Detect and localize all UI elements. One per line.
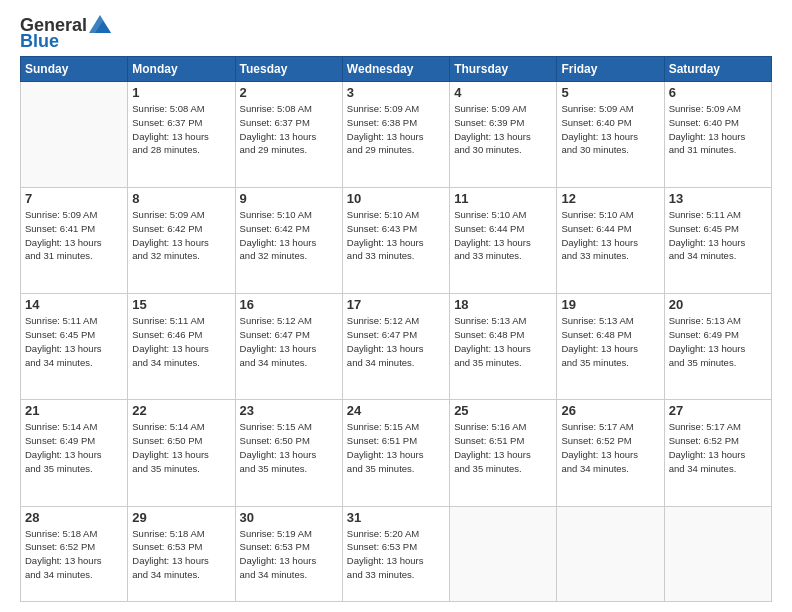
day-info: Sunrise: 5:11 AM Sunset: 6:45 PM Dayligh… <box>669 208 767 263</box>
day-number: 2 <box>240 85 338 100</box>
day-number: 9 <box>240 191 338 206</box>
day-info: Sunrise: 5:13 AM Sunset: 6:48 PM Dayligh… <box>561 314 659 369</box>
calendar-cell: 25Sunrise: 5:16 AM Sunset: 6:51 PM Dayli… <box>450 400 557 506</box>
day-number: 13 <box>669 191 767 206</box>
day-info: Sunrise: 5:12 AM Sunset: 6:47 PM Dayligh… <box>347 314 445 369</box>
day-number: 11 <box>454 191 552 206</box>
day-number: 16 <box>240 297 338 312</box>
calendar-cell: 30Sunrise: 5:19 AM Sunset: 6:53 PM Dayli… <box>235 506 342 601</box>
day-info: Sunrise: 5:14 AM Sunset: 6:50 PM Dayligh… <box>132 420 230 475</box>
calendar-week-row: 7Sunrise: 5:09 AM Sunset: 6:41 PM Daylig… <box>21 188 772 294</box>
day-info: Sunrise: 5:08 AM Sunset: 6:37 PM Dayligh… <box>132 102 230 157</box>
day-number: 3 <box>347 85 445 100</box>
calendar-cell: 7Sunrise: 5:09 AM Sunset: 6:41 PM Daylig… <box>21 188 128 294</box>
page: General Blue SundayMondayTuesdayWednesda… <box>0 0 792 612</box>
day-info: Sunrise: 5:18 AM Sunset: 6:52 PM Dayligh… <box>25 527 123 582</box>
day-header-thursday: Thursday <box>450 57 557 82</box>
calendar-cell <box>21 82 128 188</box>
logo-icon <box>89 15 111 33</box>
day-info: Sunrise: 5:17 AM Sunset: 6:52 PM Dayligh… <box>561 420 659 475</box>
day-number: 25 <box>454 403 552 418</box>
day-number: 28 <box>25 510 123 525</box>
day-number: 17 <box>347 297 445 312</box>
day-number: 22 <box>132 403 230 418</box>
day-number: 26 <box>561 403 659 418</box>
calendar-cell: 16Sunrise: 5:12 AM Sunset: 6:47 PM Dayli… <box>235 294 342 400</box>
calendar-cell: 19Sunrise: 5:13 AM Sunset: 6:48 PM Dayli… <box>557 294 664 400</box>
day-info: Sunrise: 5:09 AM Sunset: 6:40 PM Dayligh… <box>669 102 767 157</box>
calendar-cell: 12Sunrise: 5:10 AM Sunset: 6:44 PM Dayli… <box>557 188 664 294</box>
day-number: 19 <box>561 297 659 312</box>
day-header-tuesday: Tuesday <box>235 57 342 82</box>
day-info: Sunrise: 5:09 AM Sunset: 6:40 PM Dayligh… <box>561 102 659 157</box>
calendar-cell: 10Sunrise: 5:10 AM Sunset: 6:43 PM Dayli… <box>342 188 449 294</box>
calendar-cell: 31Sunrise: 5:20 AM Sunset: 6:53 PM Dayli… <box>342 506 449 601</box>
calendar-cell: 2Sunrise: 5:08 AM Sunset: 6:37 PM Daylig… <box>235 82 342 188</box>
day-info: Sunrise: 5:17 AM Sunset: 6:52 PM Dayligh… <box>669 420 767 475</box>
day-number: 10 <box>347 191 445 206</box>
calendar-cell: 24Sunrise: 5:15 AM Sunset: 6:51 PM Dayli… <box>342 400 449 506</box>
day-info: Sunrise: 5:11 AM Sunset: 6:45 PM Dayligh… <box>25 314 123 369</box>
day-number: 20 <box>669 297 767 312</box>
day-number: 4 <box>454 85 552 100</box>
day-number: 18 <box>454 297 552 312</box>
calendar-cell: 26Sunrise: 5:17 AM Sunset: 6:52 PM Dayli… <box>557 400 664 506</box>
calendar-week-row: 1Sunrise: 5:08 AM Sunset: 6:37 PM Daylig… <box>21 82 772 188</box>
calendar-table: SundayMondayTuesdayWednesdayThursdayFrid… <box>20 56 772 602</box>
day-info: Sunrise: 5:11 AM Sunset: 6:46 PM Dayligh… <box>132 314 230 369</box>
day-number: 24 <box>347 403 445 418</box>
day-number: 15 <box>132 297 230 312</box>
day-number: 14 <box>25 297 123 312</box>
calendar-cell <box>450 506 557 601</box>
day-number: 27 <box>669 403 767 418</box>
day-number: 31 <box>347 510 445 525</box>
calendar-header-row: SundayMondayTuesdayWednesdayThursdayFrid… <box>21 57 772 82</box>
day-header-sunday: Sunday <box>21 57 128 82</box>
calendar-cell: 13Sunrise: 5:11 AM Sunset: 6:45 PM Dayli… <box>664 188 771 294</box>
day-header-saturday: Saturday <box>664 57 771 82</box>
day-info: Sunrise: 5:13 AM Sunset: 6:48 PM Dayligh… <box>454 314 552 369</box>
calendar-cell: 1Sunrise: 5:08 AM Sunset: 6:37 PM Daylig… <box>128 82 235 188</box>
day-number: 12 <box>561 191 659 206</box>
day-number: 8 <box>132 191 230 206</box>
calendar-cell: 14Sunrise: 5:11 AM Sunset: 6:45 PM Dayli… <box>21 294 128 400</box>
calendar-cell: 17Sunrise: 5:12 AM Sunset: 6:47 PM Dayli… <box>342 294 449 400</box>
day-info: Sunrise: 5:20 AM Sunset: 6:53 PM Dayligh… <box>347 527 445 582</box>
day-info: Sunrise: 5:09 AM Sunset: 6:41 PM Dayligh… <box>25 208 123 263</box>
day-info: Sunrise: 5:09 AM Sunset: 6:39 PM Dayligh… <box>454 102 552 157</box>
day-info: Sunrise: 5:10 AM Sunset: 6:43 PM Dayligh… <box>347 208 445 263</box>
day-number: 1 <box>132 85 230 100</box>
calendar-cell: 9Sunrise: 5:10 AM Sunset: 6:42 PM Daylig… <box>235 188 342 294</box>
calendar-cell: 28Sunrise: 5:18 AM Sunset: 6:52 PM Dayli… <box>21 506 128 601</box>
calendar-week-row: 14Sunrise: 5:11 AM Sunset: 6:45 PM Dayli… <box>21 294 772 400</box>
calendar-cell: 11Sunrise: 5:10 AM Sunset: 6:44 PM Dayli… <box>450 188 557 294</box>
calendar-week-row: 28Sunrise: 5:18 AM Sunset: 6:52 PM Dayli… <box>21 506 772 601</box>
day-number: 6 <box>669 85 767 100</box>
calendar-cell: 22Sunrise: 5:14 AM Sunset: 6:50 PM Dayli… <box>128 400 235 506</box>
day-info: Sunrise: 5:18 AM Sunset: 6:53 PM Dayligh… <box>132 527 230 582</box>
day-info: Sunrise: 5:09 AM Sunset: 6:38 PM Dayligh… <box>347 102 445 157</box>
calendar-cell: 4Sunrise: 5:09 AM Sunset: 6:39 PM Daylig… <box>450 82 557 188</box>
header: General Blue <box>20 16 772 50</box>
day-number: 29 <box>132 510 230 525</box>
calendar-cell: 15Sunrise: 5:11 AM Sunset: 6:46 PM Dayli… <box>128 294 235 400</box>
calendar-cell: 5Sunrise: 5:09 AM Sunset: 6:40 PM Daylig… <box>557 82 664 188</box>
calendar-cell <box>557 506 664 601</box>
calendar-cell: 18Sunrise: 5:13 AM Sunset: 6:48 PM Dayli… <box>450 294 557 400</box>
day-info: Sunrise: 5:10 AM Sunset: 6:44 PM Dayligh… <box>561 208 659 263</box>
day-header-friday: Friday <box>557 57 664 82</box>
day-info: Sunrise: 5:16 AM Sunset: 6:51 PM Dayligh… <box>454 420 552 475</box>
calendar-cell: 8Sunrise: 5:09 AM Sunset: 6:42 PM Daylig… <box>128 188 235 294</box>
day-info: Sunrise: 5:08 AM Sunset: 6:37 PM Dayligh… <box>240 102 338 157</box>
calendar-cell: 20Sunrise: 5:13 AM Sunset: 6:49 PM Dayli… <box>664 294 771 400</box>
calendar-cell <box>664 506 771 601</box>
day-number: 21 <box>25 403 123 418</box>
day-info: Sunrise: 5:10 AM Sunset: 6:44 PM Dayligh… <box>454 208 552 263</box>
day-number: 23 <box>240 403 338 418</box>
day-info: Sunrise: 5:15 AM Sunset: 6:50 PM Dayligh… <box>240 420 338 475</box>
day-header-wednesday: Wednesday <box>342 57 449 82</box>
day-info: Sunrise: 5:09 AM Sunset: 6:42 PM Dayligh… <box>132 208 230 263</box>
calendar-cell: 21Sunrise: 5:14 AM Sunset: 6:49 PM Dayli… <box>21 400 128 506</box>
calendar-cell: 6Sunrise: 5:09 AM Sunset: 6:40 PM Daylig… <box>664 82 771 188</box>
day-info: Sunrise: 5:15 AM Sunset: 6:51 PM Dayligh… <box>347 420 445 475</box>
